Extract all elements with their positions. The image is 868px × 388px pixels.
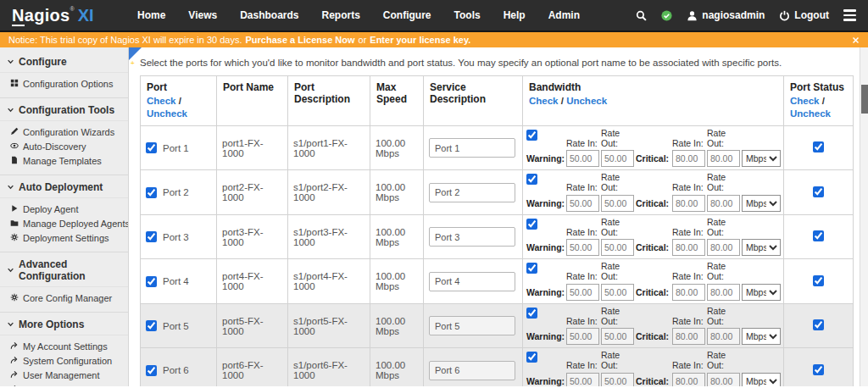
status-ok-icon[interactable] (661, 10, 672, 21)
port-checkbox-label[interactable]: Port 4 (146, 276, 211, 287)
service-description-input[interactable] (429, 138, 515, 158)
warning-rate-out-input[interactable] (601, 150, 634, 167)
warning-rate-out-input[interactable] (601, 373, 634, 386)
critical-rate-in-input[interactable] (672, 239, 705, 256)
warning-rate-out-input[interactable] (601, 284, 634, 301)
port-status-checkbox[interactable] (813, 141, 824, 152)
sidebar-section-header[interactable]: More Options (0, 313, 128, 335)
sidebar-item-user-management[interactable]: User Management (0, 369, 128, 383)
service-description-input[interactable] (429, 272, 515, 291)
bandwidth-checkbox[interactable] (526, 219, 537, 230)
critical-rate-out-input[interactable] (707, 328, 740, 345)
sidebar-item-manage-templates[interactable]: Manage Templates (0, 154, 128, 169)
port-status-checkbox[interactable] (813, 364, 824, 375)
port-uncheck-all-link[interactable]: Uncheck (147, 108, 187, 119)
port-checkbox[interactable] (146, 187, 157, 198)
port-status-checkbox[interactable] (813, 319, 824, 330)
close-icon[interactable] (852, 36, 860, 44)
warning-rate-out-input[interactable] (601, 328, 634, 345)
nav-item-tools[interactable]: Tools (454, 9, 481, 21)
port-checkbox-label[interactable]: Port 5 (146, 320, 211, 331)
user-menu[interactable]: nagiosadmin (687, 9, 765, 21)
critical-rate-in-input[interactable] (672, 373, 705, 386)
warning-rate-out-input[interactable] (601, 195, 634, 212)
nagios-logo[interactable]: Nagios®XI (0, 6, 129, 25)
port-checkbox[interactable] (146, 320, 157, 331)
nav-item-configure[interactable]: Configure (383, 9, 431, 21)
logout-button[interactable]: Logout (779, 9, 829, 21)
warning-rate-in-input[interactable] (566, 150, 599, 167)
bandwidth-checkbox[interactable] (526, 263, 537, 274)
port-checkbox[interactable] (146, 231, 157, 242)
port-checkbox-label[interactable]: Port 2 (146, 187, 211, 198)
collapse-sidebar-corner[interactable]: + (129, 47, 142, 60)
critical-rate-out-input[interactable] (707, 284, 740, 301)
warning-rate-in-input[interactable] (566, 328, 599, 345)
warning-rate-in-input[interactable] (566, 195, 599, 212)
port-checkbox[interactable] (146, 276, 157, 287)
critical-rate-out-input[interactable] (707, 195, 740, 212)
critical-rate-in-input[interactable] (672, 328, 705, 345)
port-status-checkbox[interactable] (813, 186, 824, 197)
nav-item-home[interactable]: Home (137, 9, 165, 21)
warning-rate-in-input[interactable] (566, 239, 599, 256)
nav-item-views[interactable]: Views (188, 9, 217, 21)
nav-item-dashboards[interactable]: Dashboards (240, 9, 298, 21)
port-checkbox[interactable] (146, 142, 157, 153)
unit-select[interactable]: Mbps (742, 373, 781, 386)
vertical-scrollbar[interactable] (860, 47, 868, 386)
warning-rate-out-input[interactable] (601, 239, 634, 256)
service-description-input[interactable] (429, 361, 515, 380)
port-checkbox-label[interactable]: Port 6 (146, 365, 211, 376)
nav-item-reports[interactable]: Reports (322, 9, 360, 21)
bandwidth-uncheck-all-link[interactable]: Uncheck (566, 96, 607, 106)
bandwidth-checkbox[interactable] (526, 352, 537, 363)
unit-select[interactable]: Mbps (742, 195, 781, 212)
port-checkbox[interactable] (146, 365, 157, 376)
critical-rate-out-input[interactable] (707, 150, 740, 167)
bandwidth-checkbox[interactable] (526, 174, 537, 185)
search-icon[interactable] (636, 10, 647, 21)
unit-select[interactable]: Mbps (742, 239, 781, 256)
warning-rate-in-input[interactable] (566, 284, 599, 301)
warning-rate-in-input[interactable] (566, 373, 599, 386)
sidebar-item-deployment-settings[interactable]: Deployment Settings (0, 231, 128, 246)
enter-license-link[interactable]: Enter your license key. (370, 35, 470, 45)
sidebar-item-system-configuration[interactable]: System Configuration (0, 354, 128, 369)
bandwidth-checkbox[interactable] (526, 130, 537, 141)
unit-select[interactable]: Mbps (742, 150, 781, 167)
port-status-checkbox[interactable] (813, 230, 824, 241)
service-description-input[interactable] (429, 227, 515, 247)
sidebar-section-header[interactable]: Configure (0, 50, 128, 73)
critical-rate-in-input[interactable] (672, 150, 705, 167)
port-check-all-link[interactable]: Check (147, 96, 176, 106)
sidebar-item-unconfigured-objects[interactable]: Unconfigured Objects (0, 383, 128, 386)
sidebar-item-core-config-manager[interactable]: Core Config Manager (0, 291, 128, 306)
bandwidth-check-all-link[interactable]: Check (529, 96, 559, 106)
scrollbar-thumb[interactable] (861, 85, 868, 114)
nav-item-admin[interactable]: Admin (548, 9, 580, 21)
critical-rate-out-input[interactable] (707, 239, 740, 256)
sidebar-item-my-account-settings[interactable]: My Account Settings (0, 340, 128, 354)
critical-rate-out-input[interactable] (707, 373, 740, 386)
bandwidth-checkbox[interactable] (526, 308, 537, 319)
service-description-input[interactable] (429, 183, 515, 202)
status-check-all-link[interactable]: Check (790, 96, 820, 106)
sidebar-item-deploy-agent[interactable]: Deploy Agent (0, 202, 128, 217)
port-checkbox-label[interactable]: Port 1 (146, 142, 211, 153)
sidebar-section-header[interactable]: Configuration Tools (0, 98, 128, 121)
nav-item-help[interactable]: Help (504, 9, 526, 21)
critical-rate-in-input[interactable] (672, 195, 705, 212)
sidebar-item-configuration-options[interactable]: Configuration Options (0, 77, 128, 91)
service-description-input[interactable] (429, 316, 515, 335)
hamburger-icon[interactable] (843, 9, 856, 21)
port-status-checkbox[interactable] (813, 275, 824, 286)
sidebar-item-auto-discovery[interactable]: Auto-Discovery (0, 140, 128, 154)
sidebar-item-configuration-wizards[interactable]: Configuration Wizards (0, 125, 128, 140)
sidebar-section-header[interactable]: Auto Deployment (0, 175, 128, 198)
purchase-license-link[interactable]: Purchase a License Now (246, 35, 355, 45)
critical-rate-in-input[interactable] (672, 284, 705, 301)
port-checkbox-label[interactable]: Port 3 (146, 231, 211, 242)
sidebar-section-header[interactable]: Advanced Configuration (0, 252, 128, 287)
status-uncheck-all-link[interactable]: Uncheck (790, 108, 831, 119)
